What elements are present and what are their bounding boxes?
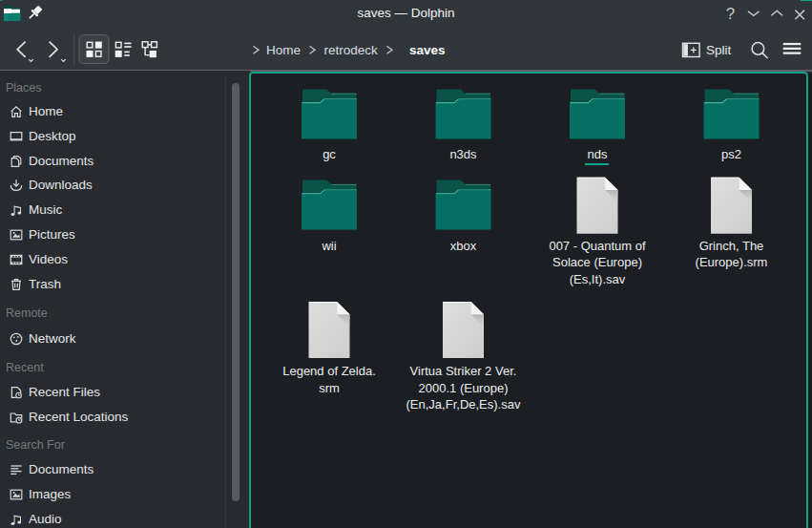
- svg-text:?: ?: [726, 5, 735, 23]
